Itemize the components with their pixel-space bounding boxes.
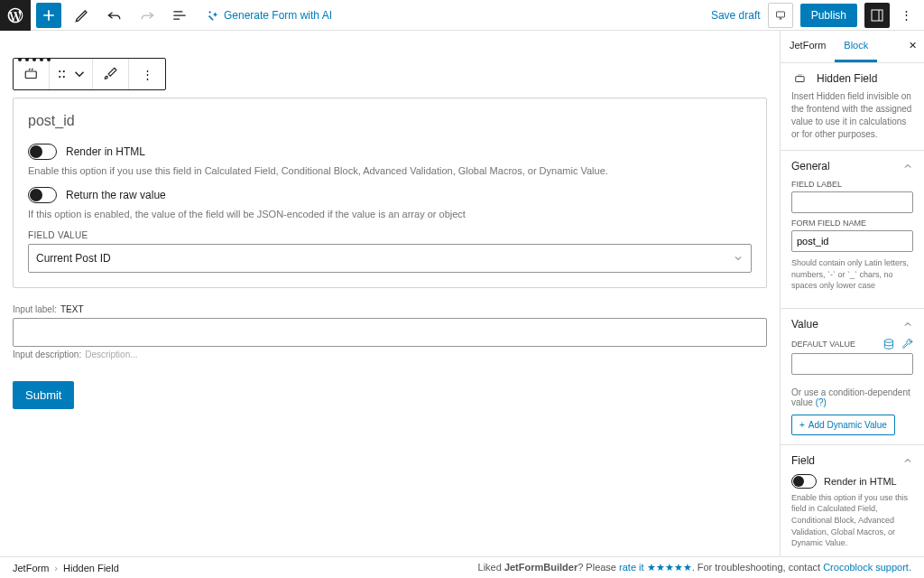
hidden-field-block[interactable]: post_id Render in HTML Enable this optio… — [13, 98, 767, 288]
form-field-name-label: FORM FIELD NAME — [791, 219, 913, 228]
chevron-down-icon — [71, 66, 88, 82]
text-input-field[interactable] — [13, 318, 767, 347]
tab-jetform[interactable]: JetForm — [781, 31, 835, 62]
submit-button[interactable]: Submit — [13, 381, 74, 409]
svg-point-6 — [62, 76, 64, 78]
block-type-button[interactable] — [14, 59, 50, 89]
general-panel: General FIELD LABEL FORM FIELD NAME Shou… — [781, 151, 924, 309]
topbar-actions: Save draft Publish ⋮ — [711, 3, 924, 28]
topbar: Generate Form with AI Save draft Publish… — [0, 0, 924, 31]
more-options-button[interactable]: ⋮ — [897, 8, 915, 22]
add-dynamic-value-button[interactable]: +Add Dynamic Value — [791, 415, 895, 435]
form-field-name-input[interactable] — [791, 230, 913, 252]
svg-point-4 — [59, 76, 60, 78]
field-panel-toggle[interactable]: Field — [791, 454, 913, 467]
settings-panel-toggle[interactable] — [864, 3, 890, 28]
block-toolbar: ⋮ — [13, 58, 166, 90]
topbar-tools: Generate Form with AI — [31, 0, 332, 31]
database-icon[interactable] — [882, 338, 895, 350]
svg-point-3 — [59, 70, 60, 72]
field-value-label: FIELD VALUE — [28, 230, 752, 240]
hidden-field-icon — [791, 72, 809, 85]
input-desc-row: Input description:Description... — [13, 350, 767, 359]
raw-value-toggle[interactable] — [28, 187, 57, 203]
sb-render-html-label: Render in HTML — [824, 476, 897, 487]
field-value-select[interactable]: Current Post ID — [28, 244, 752, 273]
svg-rect-2 — [25, 71, 36, 79]
chevron-up-icon — [902, 161, 913, 172]
drag-icon — [55, 66, 71, 82]
sidebar-tabs: JetForm Block ✕ — [781, 31, 924, 63]
svg-rect-1 — [872, 10, 882, 21]
render-html-toggle[interactable] — [28, 144, 57, 160]
form-field-name-help: Should contain only Latin letters, numbe… — [791, 257, 913, 292]
condition-hint: Or use a condition-dependent value (?) — [791, 387, 913, 407]
edit-mode-button[interactable] — [67, 0, 97, 31]
desktop-icon — [773, 10, 788, 21]
panel-icon — [870, 8, 884, 23]
render-html-help: Enable this option if you use this field… — [28, 165, 752, 176]
rate-link[interactable]: rate it ★★★★★ — [619, 562, 692, 573]
add-block-button[interactable] — [36, 3, 61, 28]
chevron-up-icon — [902, 319, 913, 330]
field-label-label: FIELD LABEL — [791, 180, 913, 189]
save-draft-button[interactable]: Save draft — [711, 9, 761, 22]
condition-help-link[interactable]: (?) — [816, 397, 827, 407]
editor-canvas: ⋮ post_id Render in HTML Enable this opt… — [0, 31, 780, 556]
raw-value-help: If this option is enabled, the value of … — [28, 209, 752, 219]
block-title: post_id — [28, 113, 752, 129]
undo-button[interactable] — [99, 0, 130, 31]
render-html-label: Render in HTML — [66, 145, 145, 158]
block-style-button[interactable] — [93, 59, 129, 89]
drag-handle[interactable] — [50, 59, 93, 89]
default-value-input[interactable] — [791, 353, 913, 375]
support-link[interactable]: Crocoblock support — [823, 562, 909, 573]
sb-render-html-toggle[interactable] — [791, 474, 817, 489]
block-more-button[interactable]: ⋮ — [129, 59, 165, 89]
chevron-up-icon — [902, 455, 913, 466]
field-panel: Field Render in HTML Enable this option … — [781, 445, 924, 556]
wordpress-logo[interactable] — [0, 0, 31, 31]
breadcrumb-current[interactable]: Hidden Field — [63, 563, 119, 573]
document-outline-button[interactable] — [164, 0, 195, 31]
close-panel-button[interactable]: ✕ — [901, 31, 924, 62]
breadcrumb-root[interactable]: JetForm — [13, 563, 49, 573]
footer-bar: JetForm › Hidden Field Liked JetFormBuil… — [0, 556, 924, 578]
sb-render-help: Enable this option if you use this field… — [791, 492, 913, 549]
publish-button[interactable]: Publish — [800, 4, 857, 27]
preview-button[interactable] — [768, 3, 793, 28]
svg-rect-0 — [776, 12, 784, 17]
block-info-desc: Insert Hidden field invisible on the fro… — [791, 90, 913, 141]
block-info-title: Hidden Field — [817, 72, 877, 85]
generate-ai-button[interactable]: Generate Form with AI — [206, 9, 332, 22]
input-label-row: Input label:TEXT — [13, 304, 767, 314]
field-label-input[interactable] — [791, 191, 913, 213]
block-info-section: Hidden Field Insert Hidden field invisib… — [781, 63, 924, 151]
value-panel-toggle[interactable]: Value — [791, 318, 913, 331]
brush-icon — [103, 66, 119, 82]
footer-message: Liked JetFormBuilder? Please rate it ★★★… — [478, 562, 911, 573]
value-panel: Value DEFAULT VALUE Or use a condition-d… — [781, 309, 924, 445]
redo-button[interactable] — [132, 0, 162, 31]
settings-sidebar: JetForm Block ✕ Hidden Field Insert Hidd… — [780, 31, 924, 556]
wand-icon — [206, 9, 218, 22]
default-value-label: DEFAULT VALUE — [791, 340, 855, 349]
raw-value-label: Return the raw value — [66, 189, 166, 201]
tab-block[interactable]: Block — [835, 31, 877, 62]
wrench-icon[interactable] — [901, 338, 913, 350]
svg-rect-7 — [796, 77, 804, 82]
chevron-down-icon — [733, 253, 744, 264]
ai-label: Generate Form with AI — [224, 9, 332, 22]
svg-point-5 — [62, 70, 64, 72]
wordpress-icon — [6, 6, 24, 24]
hidden-field-icon — [23, 66, 40, 82]
general-panel-toggle[interactable]: General — [791, 160, 913, 172]
